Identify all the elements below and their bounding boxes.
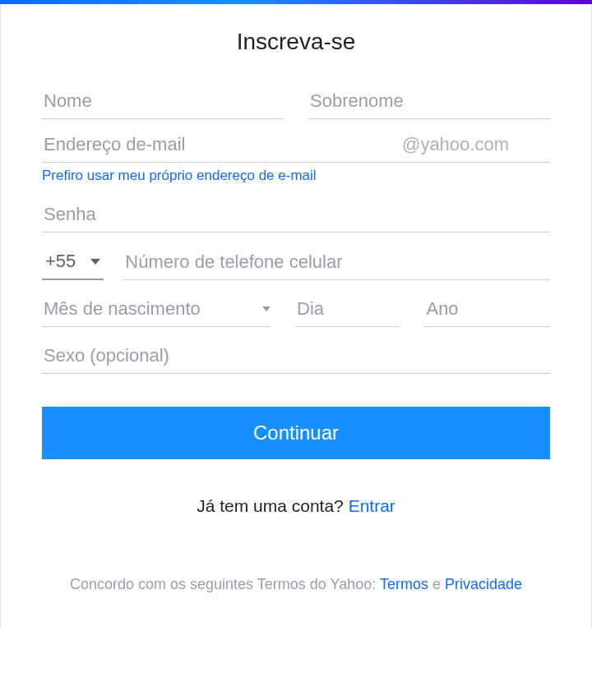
terms-row: Concordo com os seguintes Termos do Yaho…: [42, 573, 550, 596]
continue-button[interactable]: Continuar: [42, 407, 550, 459]
birth-day-input[interactable]: [295, 292, 400, 327]
name-row: [42, 84, 550, 119]
last-name-input[interactable]: [308, 84, 550, 119]
terms-link[interactable]: Termos: [380, 576, 428, 592]
caret-down-icon: [90, 259, 100, 265]
caret-down-icon: [262, 306, 271, 311]
signin-prompt: Já tem uma conta?: [197, 496, 348, 515]
signin-link[interactable]: Entrar: [349, 496, 395, 515]
birth-month-select[interactable]: Mês de nascimento: [42, 292, 271, 327]
birth-month-placeholder: Mês de nascimento: [44, 298, 201, 320]
signup-card: Inscreva-se @yahoo.com Prefiro usar meu …: [0, 4, 592, 629]
terms-and: e: [428, 576, 445, 592]
phone-row: +55: [42, 244, 550, 280]
terms-prefix: Concordo com os seguintes Termos do Yaho…: [70, 576, 380, 592]
country-code-select[interactable]: +55: [42, 244, 104, 280]
privacy-link[interactable]: Privacidade: [445, 576, 522, 592]
email-domain-suffix: @yahoo.com: [402, 134, 550, 155]
email-input[interactable]: [42, 127, 402, 162]
country-code-value: +55: [45, 251, 76, 272]
signin-row: Já tem uma conta? Entrar: [42, 496, 550, 516]
use-own-email-link[interactable]: Prefiro usar meu próprio endereço de e-m…: [42, 168, 317, 184]
birth-row: Mês de nascimento: [42, 292, 550, 327]
gender-input[interactable]: [42, 338, 550, 374]
first-name-input[interactable]: [42, 84, 284, 119]
password-input[interactable]: [42, 197, 550, 233]
page-title: Inscreva-se: [42, 29, 550, 55]
email-row: @yahoo.com: [42, 127, 550, 163]
phone-input[interactable]: [123, 245, 550, 280]
birth-year-input[interactable]: [424, 292, 550, 327]
